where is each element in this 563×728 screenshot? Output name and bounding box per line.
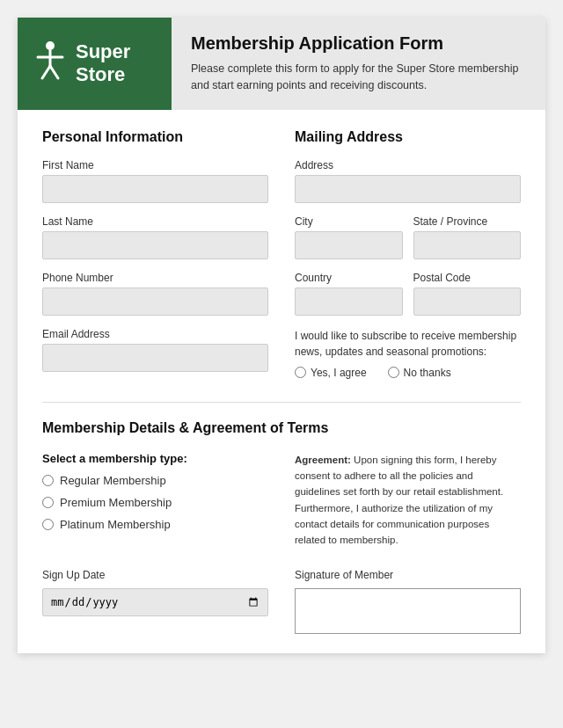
membership-title: Membership Details & Agreement of Terms xyxy=(42,420,521,436)
first-name-group: First Name xyxy=(42,159,268,203)
signature-field: Signature of Member xyxy=(295,568,521,634)
signature-box[interactable] xyxy=(295,588,521,634)
state-label: State / Province xyxy=(413,215,522,228)
svg-line-4 xyxy=(50,66,58,78)
regular-membership-radio[interactable] xyxy=(42,475,54,486)
yes-option[interactable]: Yes, I agree xyxy=(295,367,367,379)
signup-date-label: Sign Up Date xyxy=(42,568,268,583)
form-title: Membership Application Form xyxy=(191,33,526,54)
no-radio[interactable] xyxy=(388,367,399,378)
address-label: Address xyxy=(295,159,521,171)
membership-type-label: Select a membership type: xyxy=(42,452,268,465)
signature-label: Signature of Member xyxy=(295,568,521,583)
regular-membership-option[interactable]: Regular Membership xyxy=(42,474,268,487)
membership-left: Select a membership type: Regular Member… xyxy=(42,452,268,549)
bottom-row: Sign Up Date Signature of Member xyxy=(42,568,521,634)
form-description: Please complete this form to apply for t… xyxy=(191,61,526,94)
top-section: Personal Information First Name Last Nam… xyxy=(42,129,521,384)
form-body: Personal Information First Name Last Nam… xyxy=(18,110,545,653)
city-state-row: City State / Province xyxy=(295,215,521,272)
agreement-body: Upon signing this form, I hereby consent… xyxy=(295,455,503,546)
address-group: Address xyxy=(295,159,521,203)
personal-info-title: Personal Information xyxy=(42,129,268,145)
city-group: City xyxy=(295,215,403,259)
state-input[interactable] xyxy=(413,231,522,259)
mailing-address-title: Mailing Address xyxy=(295,129,521,145)
signup-date-input[interactable] xyxy=(42,588,268,616)
agreement-text: Agreement: Upon signing this form, I her… xyxy=(295,452,521,549)
logo-section: Super Store xyxy=(18,18,172,110)
header-info: Membership Application Form Please compl… xyxy=(172,18,545,110)
country-postal-row: Country Postal Code xyxy=(295,272,521,328)
agreement-section: Agreement: Upon signing this form, I her… xyxy=(295,452,521,549)
membership-section: Membership Details & Agreement of Terms … xyxy=(42,420,521,634)
platinum-membership-option[interactable]: Platinum Membership xyxy=(42,518,268,531)
mailing-address-section: Mailing Address Address City State / Pro… xyxy=(295,129,521,384)
signup-date-field: Sign Up Date xyxy=(42,568,268,616)
yes-label: Yes, I agree xyxy=(311,367,367,379)
no-label: No thanks xyxy=(404,367,451,379)
regular-membership-label: Regular Membership xyxy=(60,474,166,487)
country-input[interactable] xyxy=(295,288,403,316)
section-divider xyxy=(42,402,521,403)
logo-icon xyxy=(33,40,67,87)
phone-label: Phone Number xyxy=(42,272,268,284)
phone-input[interactable] xyxy=(42,288,268,316)
svg-line-3 xyxy=(42,66,50,78)
last-name-group: Last Name xyxy=(42,215,268,259)
country-label: Country xyxy=(295,272,403,284)
page: Super Store Membership Application Form … xyxy=(18,18,545,653)
city-label: City xyxy=(295,215,403,228)
agreement-bold: Agreement: xyxy=(295,455,351,465)
premium-membership-option[interactable]: Premium Membership xyxy=(42,496,268,509)
no-option[interactable]: No thanks xyxy=(388,367,451,379)
subscription-radio-group: Yes, I agree No thanks xyxy=(295,367,521,379)
yes-radio[interactable] xyxy=(295,367,306,378)
premium-membership-label: Premium Membership xyxy=(60,496,172,509)
platinum-membership-label: Platinum Membership xyxy=(60,518,171,531)
premium-membership-radio[interactable] xyxy=(42,497,54,508)
last-name-input[interactable] xyxy=(42,231,268,259)
state-group: State / Province xyxy=(413,215,522,259)
city-input[interactable] xyxy=(295,231,403,259)
phone-group: Phone Number xyxy=(42,272,268,316)
membership-body: Select a membership type: Regular Member… xyxy=(42,452,521,549)
subscription-text: I would like to subscribe to receive mem… xyxy=(295,328,521,360)
first-name-label: First Name xyxy=(42,159,268,171)
logo-text: Super Store xyxy=(76,40,130,87)
postal-input[interactable] xyxy=(413,288,522,316)
platinum-membership-radio[interactable] xyxy=(42,519,54,530)
first-name-input[interactable] xyxy=(42,175,268,203)
country-group: Country xyxy=(295,272,403,316)
email-group: Email Address xyxy=(42,328,268,372)
postal-label: Postal Code xyxy=(413,272,522,284)
last-name-label: Last Name xyxy=(42,215,268,228)
address-input[interactable] xyxy=(295,175,521,203)
email-input[interactable] xyxy=(42,344,268,372)
postal-group: Postal Code xyxy=(413,272,522,316)
email-label: Email Address xyxy=(42,328,268,340)
header: Super Store Membership Application Form … xyxy=(18,18,545,110)
personal-info-section: Personal Information First Name Last Nam… xyxy=(42,129,268,384)
subscription-section: I would like to subscribe to receive mem… xyxy=(295,328,521,379)
